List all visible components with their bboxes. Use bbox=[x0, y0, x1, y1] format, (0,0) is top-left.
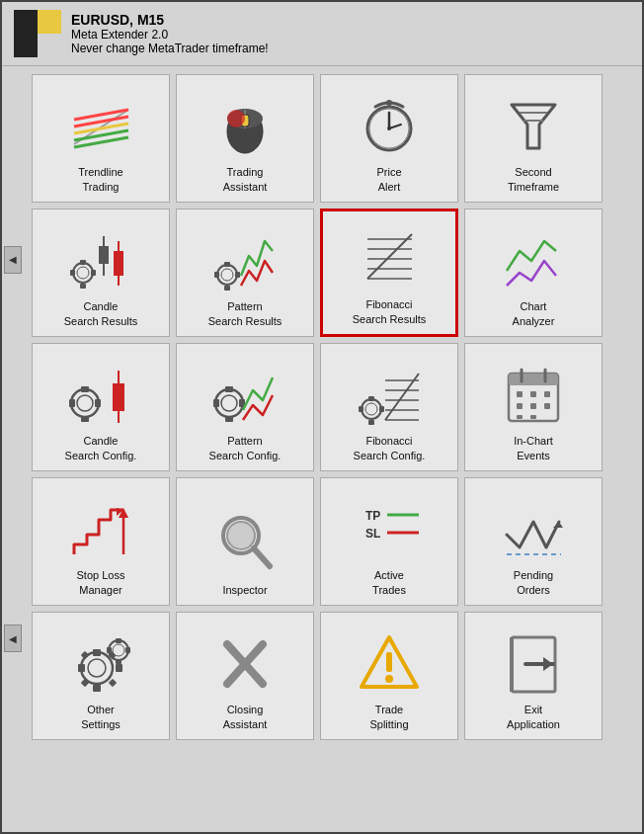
active-trades-icon: TP SL bbox=[355, 495, 424, 564]
fibonacci-search-config-icon bbox=[355, 361, 424, 430]
svg-rect-69 bbox=[379, 406, 384, 412]
trading-assistant-cell[interactable]: TradingAssistant bbox=[176, 74, 314, 203]
svg-rect-106 bbox=[80, 651, 88, 659]
svg-rect-82 bbox=[544, 391, 550, 397]
pending-orders-cell[interactable]: PendingOrders bbox=[464, 477, 603, 606]
svg-rect-32 bbox=[99, 246, 109, 264]
svg-rect-51 bbox=[81, 386, 89, 392]
svg-point-38 bbox=[221, 269, 233, 281]
fibonacci-search-results-icon bbox=[355, 224, 424, 293]
svg-point-26 bbox=[77, 267, 89, 279]
grid-row-1: TrendlineTrading bbox=[32, 74, 634, 203]
svg-rect-104 bbox=[78, 664, 85, 672]
stop-loss-manager-cell[interactable]: Stop LossManager bbox=[32, 477, 170, 606]
svg-rect-85 bbox=[544, 403, 550, 409]
svg-point-120 bbox=[385, 675, 393, 683]
svg-rect-3 bbox=[38, 34, 61, 57]
chart-analyzer-icon bbox=[499, 226, 568, 295]
svg-rect-39 bbox=[224, 262, 230, 267]
inspector-icon bbox=[210, 510, 280, 579]
left-nav: ◀ ◀ bbox=[2, 66, 24, 832]
svg-rect-54 bbox=[95, 399, 101, 407]
exit-application-label: ExitApplication bbox=[507, 703, 560, 731]
candle-search-results-label: CandleSearch Results bbox=[64, 299, 138, 328]
svg-rect-105 bbox=[116, 664, 122, 672]
nav-down-arrow[interactable]: ◀ bbox=[4, 625, 22, 652]
svg-rect-113 bbox=[116, 659, 121, 664]
main-content: ◀ ◀ bbox=[2, 66, 642, 832]
header: EURUSD, M15 Meta Extender 2.0 Never chan… bbox=[2, 2, 642, 66]
pending-orders-label: PendingOrders bbox=[514, 568, 553, 597]
second-timeframe-icon bbox=[499, 92, 568, 161]
fibonacci-search-config-cell[interactable]: FibonacciSearch Config. bbox=[320, 343, 458, 471]
fibonacci-search-results-cell[interactable]: FibonacciSearch Results bbox=[320, 208, 458, 337]
svg-rect-68 bbox=[359, 406, 363, 412]
svg-rect-112 bbox=[116, 638, 121, 643]
trade-splitting-icon bbox=[355, 629, 424, 699]
grid-row-2: CandleSearch Results bbox=[32, 208, 634, 337]
second-timeframe-cell[interactable]: SecondTimeframe bbox=[464, 74, 603, 203]
header-symbol: EURUSD, M15 bbox=[71, 12, 269, 28]
svg-marker-22 bbox=[512, 105, 555, 148]
svg-rect-80 bbox=[517, 391, 523, 397]
grid-row-5: OtherSettings ClosingAssistant bbox=[32, 612, 634, 740]
svg-rect-42 bbox=[235, 272, 240, 278]
closing-assistant-label: ClosingAssistant bbox=[223, 703, 268, 731]
trendline-trading-cell[interactable]: TrendlineTrading bbox=[32, 74, 170, 203]
svg-rect-102 bbox=[93, 649, 101, 656]
grid-row-4: Stop LossManager Inspector bbox=[32, 477, 634, 606]
pattern-search-results-label: PatternSearch Results bbox=[208, 299, 282, 328]
pattern-search-results-cell[interactable]: PatternSearch Results bbox=[176, 208, 314, 337]
svg-marker-123 bbox=[543, 657, 553, 671]
exit-application-cell[interactable]: ExitApplication bbox=[464, 612, 603, 740]
pending-orders-icon bbox=[499, 495, 568, 564]
pattern-search-config-cell[interactable]: PatternSearch Config. bbox=[176, 343, 314, 471]
active-trades-label: ActiveTrades bbox=[372, 568, 406, 597]
svg-rect-114 bbox=[107, 647, 112, 653]
svg-rect-62 bbox=[213, 399, 219, 407]
svg-point-21 bbox=[386, 100, 392, 106]
svg-rect-1 bbox=[38, 10, 61, 34]
svg-rect-0 bbox=[14, 10, 38, 57]
header-warning: Never change MetaTrader timeframe! bbox=[71, 42, 269, 55]
pattern-search-config-icon bbox=[210, 361, 280, 430]
svg-point-14 bbox=[227, 110, 245, 127]
svg-rect-81 bbox=[530, 391, 536, 397]
svg-rect-103 bbox=[93, 685, 101, 692]
svg-rect-83 bbox=[517, 403, 523, 409]
trade-splitting-label: TradeSplitting bbox=[369, 703, 408, 731]
trading-assistant-icon bbox=[210, 92, 280, 161]
svg-rect-28 bbox=[80, 284, 86, 289]
price-alert-label: PriceAlert bbox=[376, 165, 401, 194]
svg-rect-87 bbox=[530, 415, 536, 419]
svg-rect-60 bbox=[225, 386, 233, 392]
fibonacci-search-results-label: FibonacciSearch Results bbox=[353, 297, 427, 326]
active-trades-cell[interactable]: TP SL ActiveTrades bbox=[320, 477, 458, 606]
svg-rect-41 bbox=[214, 272, 219, 278]
svg-text:TP: TP bbox=[365, 509, 380, 523]
svg-rect-40 bbox=[224, 286, 230, 291]
closing-assistant-cell[interactable]: ClosingAssistant bbox=[176, 612, 314, 740]
inspector-label: Inspector bbox=[222, 583, 267, 597]
in-chart-events-cell[interactable]: In-ChartEvents bbox=[464, 343, 603, 471]
nav-up-arrow[interactable]: ◀ bbox=[4, 246, 22, 274]
trade-splitting-cell[interactable]: TradeSplitting bbox=[320, 612, 458, 740]
stop-loss-manager-label: Stop LossManager bbox=[77, 568, 125, 597]
svg-rect-53 bbox=[69, 399, 75, 407]
price-alert-cell[interactable]: PriceAlert bbox=[320, 74, 458, 203]
candle-search-results-icon bbox=[66, 226, 135, 295]
svg-line-43 bbox=[367, 234, 412, 279]
closing-assistant-icon bbox=[210, 629, 280, 699]
other-settings-icon bbox=[66, 629, 135, 699]
chart-analyzer-cell[interactable]: ChartAnalyzer bbox=[464, 208, 603, 337]
svg-point-65 bbox=[365, 403, 377, 415]
candle-search-results-cell[interactable]: CandleSearch Results bbox=[32, 208, 170, 337]
svg-point-20 bbox=[387, 126, 391, 130]
candle-search-config-icon bbox=[66, 361, 135, 430]
svg-rect-67 bbox=[368, 420, 374, 425]
inspector-cell[interactable]: Inspector bbox=[176, 477, 314, 606]
trendline-trading-label: TrendlineTrading bbox=[78, 165, 122, 194]
svg-rect-29 bbox=[70, 270, 75, 276]
other-settings-cell[interactable]: OtherSettings bbox=[32, 612, 170, 740]
candle-search-config-cell[interactable]: CandleSearch Config. bbox=[32, 343, 170, 471]
